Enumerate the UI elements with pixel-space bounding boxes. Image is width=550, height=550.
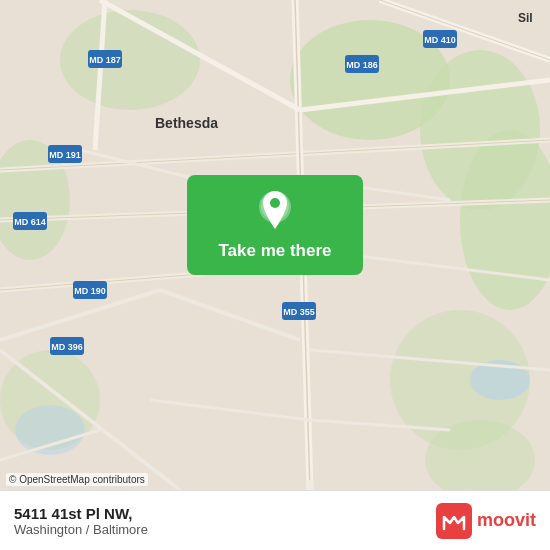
address-line: 5411 41st Pl NW, xyxy=(14,505,148,522)
svg-text:MD 396: MD 396 xyxy=(51,342,83,352)
svg-text:Sil: Sil xyxy=(518,11,533,25)
footer: 5411 41st Pl NW, Washington / Baltimore … xyxy=(0,490,550,550)
city-line: Washington / Baltimore xyxy=(14,522,148,537)
svg-text:MD 186: MD 186 xyxy=(346,60,378,70)
svg-rect-57 xyxy=(436,503,472,539)
svg-text:MD 187: MD 187 xyxy=(89,55,121,65)
svg-point-4 xyxy=(60,10,200,110)
svg-text:MD 614: MD 614 xyxy=(14,217,46,227)
address-section: 5411 41st Pl NW, Washington / Baltimore xyxy=(14,505,148,537)
svg-text:MD 410: MD 410 xyxy=(424,35,456,45)
svg-text:MD 355: MD 355 xyxy=(283,307,315,317)
moovit-text: moovit xyxy=(477,510,536,531)
svg-text:MD 190: MD 190 xyxy=(74,286,106,296)
map-container: MD 187 MD 410 MD 186 MD 191 MD 614 MD 19… xyxy=(0,0,550,490)
map-attribution: © OpenStreetMap contributors xyxy=(6,473,148,486)
moovit-logo: moovit xyxy=(436,503,536,539)
take-me-there-label: Take me there xyxy=(218,241,331,261)
svg-point-56 xyxy=(270,198,280,208)
moovit-logo-icon xyxy=(436,503,472,539)
location-pin-icon xyxy=(257,189,293,233)
svg-text:MD 191: MD 191 xyxy=(49,150,81,160)
svg-text:Bethesda: Bethesda xyxy=(155,115,218,131)
take-me-there-button[interactable]: Take me there xyxy=(187,175,363,275)
svg-point-10 xyxy=(15,405,85,455)
